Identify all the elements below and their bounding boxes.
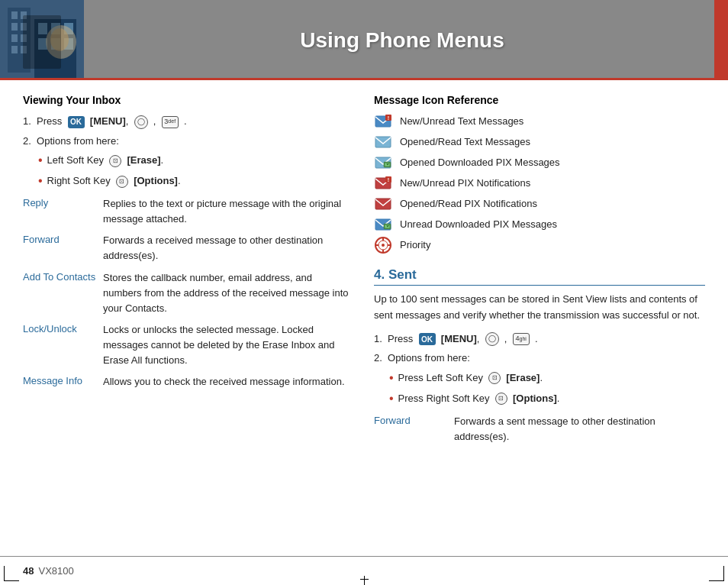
icon-ref-title: Message Icon Reference bbox=[374, 94, 705, 106]
bullet-right-soft-key: • Right Soft Key ⊡ [Options]. bbox=[38, 173, 351, 190]
term-reply-def: Replies to the text or picture message w… bbox=[103, 196, 351, 227]
bullet-left-soft-key: • Left Soft Key ⊡ [Erase]. bbox=[38, 153, 351, 170]
icon-label-6: Unread Downloaded PIX Messages bbox=[400, 218, 557, 231]
step1-line: 1. Press OK [MENU], ◯ , 3def . bbox=[23, 114, 351, 129]
svg-rect-8 bbox=[11, 46, 18, 53]
right-soft-key-icon[interactable]: ⊡ bbox=[116, 176, 128, 188]
sent-step1-text: Press bbox=[388, 333, 416, 344]
read-text-icon bbox=[374, 134, 392, 150]
icon-row-1: ! New/Unread Text Messages bbox=[374, 114, 705, 129]
sent-step2-number: 2. bbox=[374, 352, 385, 364]
page-title: Using Phone Menus bbox=[84, 28, 728, 53]
svg-text:!: ! bbox=[388, 115, 389, 121]
new-text-icon: ! bbox=[374, 114, 392, 129]
term-messageinfo: Message Info Allows you to check the rec… bbox=[23, 374, 351, 389]
menu-label-left: [MENU], bbox=[87, 115, 131, 127]
term-lockunlock-def: Locks or unlocks the selected message. L… bbox=[103, 322, 351, 368]
step1-number: 1. bbox=[23, 115, 34, 127]
footer-page-number: 48 bbox=[23, 565, 34, 577]
sent-step1-line: 1. Press OK [MENU], ◯ , 4ghi . bbox=[374, 331, 705, 347]
options-list-right: • Press Left Soft Key ⊡ [Erase]. • Press… bbox=[389, 370, 705, 408]
step2-text: Options from here: bbox=[37, 135, 119, 147]
term-reply-label: Reply bbox=[23, 196, 103, 208]
svg-rect-4 bbox=[11, 23, 18, 31]
svg-rect-30 bbox=[375, 199, 391, 209]
sent-bullet-text-2: Press Right Soft Key ⊡ [Options]. bbox=[398, 391, 560, 406]
icon-row-5: Opened/Read PIX Notifications bbox=[374, 196, 705, 212]
svg-rect-3 bbox=[21, 11, 27, 19]
step1-text: Press bbox=[37, 115, 65, 127]
period-left: . bbox=[181, 115, 186, 127]
term-addtocontacts: Add To Contacts Stores the callback numb… bbox=[23, 270, 351, 316]
sent-step1-number: 1. bbox=[374, 333, 385, 344]
svg-rect-22 bbox=[375, 137, 391, 147]
term-lockunlock: Lock/Unlock Locks or unlocks the selecte… bbox=[23, 322, 351, 368]
section4-body: Up to 100 sent messages can be stored in… bbox=[374, 292, 705, 324]
icon-label-1: New/Unread Text Messages bbox=[400, 115, 523, 128]
page-header: Using Phone Menus bbox=[0, 0, 728, 80]
icon-row-3: Opened Downloaded PIX Messages bbox=[374, 155, 705, 170]
icon-row-7: Priority bbox=[374, 238, 705, 253]
unread-pix-icon bbox=[374, 217, 392, 232]
term-addtocontacts-def: Stores the callback number, email addres… bbox=[103, 270, 351, 316]
bullet-text-2: Right Soft Key ⊡ [Options]. bbox=[47, 173, 181, 189]
new-pix-notif-icon: ! bbox=[374, 176, 392, 191]
svg-rect-5 bbox=[21, 23, 27, 31]
key4-button[interactable]: 4ghi bbox=[513, 333, 530, 345]
key3-button[interactable]: 3def bbox=[162, 116, 179, 128]
svg-rect-15 bbox=[51, 38, 60, 50]
left-soft-key-icon[interactable]: ⊡ bbox=[109, 155, 121, 167]
sent-bullet-left-soft: • Press Left Soft Key ⊡ [Erase]. bbox=[389, 370, 705, 387]
ok-button-right[interactable]: OK bbox=[419, 333, 436, 345]
opened-pix-icon bbox=[374, 155, 392, 170]
step2-number: 2. bbox=[23, 135, 34, 147]
term-forward-def: Forwards a received message to other des… bbox=[103, 233, 351, 263]
term-forward-label: Forward bbox=[23, 233, 103, 245]
right-column: Message Icon Reference ! New/Unread Text… bbox=[374, 94, 705, 451]
header-photo bbox=[0, 0, 84, 80]
step2-line: 2. Options from here: bbox=[23, 134, 351, 149]
read-pix-notif-icon bbox=[374, 196, 392, 212]
footer-model: VX8100 bbox=[38, 565, 73, 577]
bullet-dot-1: • bbox=[38, 151, 43, 170]
page-footer: 48 VX8100 bbox=[0, 556, 728, 585]
header-accent bbox=[714, 0, 728, 80]
svg-rect-9 bbox=[21, 46, 27, 53]
svg-point-41 bbox=[382, 244, 385, 247]
header-line bbox=[0, 78, 728, 80]
sent-bullet-dot-2: • bbox=[389, 389, 394, 408]
sent-bullet-right-soft: • Press Right Soft Key ⊡ [Options]. bbox=[389, 391, 705, 408]
sent-left-soft-key-icon[interactable]: ⊡ bbox=[488, 372, 501, 384]
term-reply: Reply Replies to the text or picture mes… bbox=[23, 196, 351, 227]
sent-step2-line: 2. Options from here: bbox=[374, 351, 705, 366]
svg-point-18 bbox=[50, 28, 69, 51]
sent-period: . bbox=[532, 333, 537, 344]
left-column: Viewing Your Inbox 1. Press OK [MENU], ◯… bbox=[23, 94, 351, 451]
sent-bullet-text-1: Press Left Soft Key ⊡ [Erase]. bbox=[398, 370, 543, 386]
term-lockunlock-label: Lock/Unlock bbox=[23, 322, 103, 335]
bullet-text-1: Left Soft Key ⊡ [Erase]. bbox=[47, 153, 164, 168]
term-addtocontacts-label: Add To Contacts bbox=[23, 270, 103, 283]
svg-rect-2 bbox=[11, 11, 18, 19]
term-forward-sent: Forward Forwards a sent message to other… bbox=[374, 414, 705, 444]
sent-step2-text: Options from here: bbox=[388, 352, 470, 364]
icon-row-2: Opened/Read Text Messages bbox=[374, 134, 705, 150]
svg-text:!: ! bbox=[388, 177, 389, 183]
icon-label-5: Opened/Read PIX Notifications bbox=[400, 197, 537, 211]
sent-comma: , bbox=[501, 333, 510, 344]
comma-left: , bbox=[150, 115, 159, 127]
svg-rect-14 bbox=[38, 38, 47, 50]
term-forward-left: Forward Forwards a received message to o… bbox=[23, 233, 351, 263]
term-forward-sent-def: Forwards a sent message to other destina… bbox=[454, 414, 705, 444]
svg-rect-1 bbox=[8, 8, 31, 73]
ok-button-left[interactable]: OK bbox=[68, 116, 85, 128]
bullet-dot-2: • bbox=[38, 172, 43, 190]
icon-label-2: Opened/Read Text Messages bbox=[400, 135, 530, 149]
nav-key-right: ◯ bbox=[485, 332, 499, 346]
sent-right-soft-key-icon[interactable]: ⊡ bbox=[495, 393, 507, 405]
term-messageinfo-label: Message Info bbox=[23, 374, 103, 386]
sent-bullet-dot-1: • bbox=[389, 369, 394, 387]
term-messageinfo-def: Allows you to check the received message… bbox=[103, 374, 351, 389]
sent-menu-label: [MENU], bbox=[438, 333, 482, 344]
icon-row-4: ! New/Unread PIX Notifications bbox=[374, 176, 705, 191]
